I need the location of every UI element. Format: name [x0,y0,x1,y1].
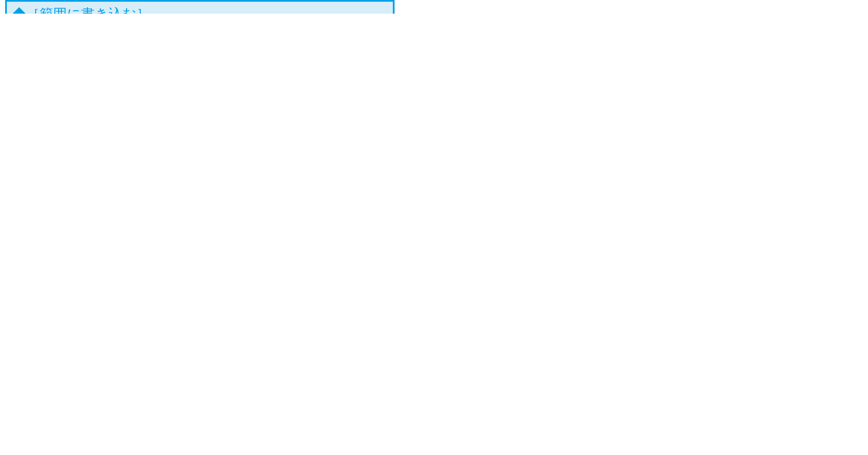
callout-write-range-title: ◆［範囲に書き込む］ データテーブルのデータを丸ごと書き込む [5,0,395,14]
callout-title-text: ◆［範囲に書き込む］ [12,4,387,14]
